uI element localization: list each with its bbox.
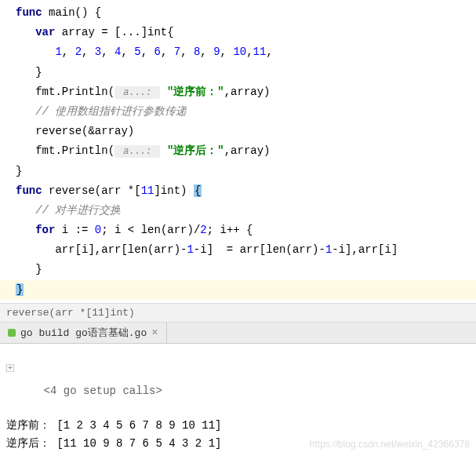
code-line: } bbox=[16, 63, 476, 82]
code-line: reverse(&array) bbox=[16, 122, 476, 141]
code-line: for i := 0; i < len(arr)/2; i++ { bbox=[16, 221, 476, 240]
go-run-icon bbox=[8, 329, 16, 337]
keyword-func: func bbox=[16, 6, 42, 19]
breadcrumb[interactable]: reverse(arr *[11]int) bbox=[0, 303, 476, 323]
keyword-func: func bbox=[16, 184, 42, 197]
code-line: } bbox=[16, 162, 476, 181]
keyword-for: for bbox=[35, 224, 55, 236]
code-line: // 使用数组指针进行参数传递 bbox=[16, 102, 476, 122]
watermark: https://blog.csdn.net/weixin_42366378 bbox=[310, 437, 470, 452]
comment: // 对半进行交换 bbox=[35, 204, 121, 217]
code-line: fmt.Println( a...: "逆序前：",array) bbox=[16, 82, 476, 102]
run-tabs: go build go语言基础.go × bbox=[0, 323, 476, 344]
tab-label: go build go语言基础.go bbox=[20, 326, 147, 340]
code-line: fmt.Println( a...: "逆序后：",array) bbox=[16, 141, 476, 161]
console-folded-section[interactable]: + <4 go setup calls> bbox=[6, 347, 470, 418]
code-line: func reverse(arr *[11]int) { bbox=[16, 181, 476, 201]
code-line: 1, 2, 3, 4, 5, 6, 7, 8, 9, 10,11, bbox=[16, 42, 476, 62]
comment: // 使用数组指针进行参数传递 bbox=[35, 105, 187, 118]
code-line: // 对半进行交换 bbox=[16, 201, 476, 221]
matched-brace: } bbox=[16, 283, 24, 296]
code-line: func main() { bbox=[16, 3, 476, 23]
keyword-var: var bbox=[35, 26, 55, 38]
close-icon[interactable]: × bbox=[151, 326, 158, 339]
code-line: } bbox=[16, 260, 476, 279]
expand-icon[interactable]: + bbox=[6, 364, 14, 372]
param-hint: a...: bbox=[114, 145, 160, 158]
console-output[interactable]: + <4 go setup calls> 逆序前： [1 2 3 4 5 6 7… bbox=[0, 344, 476, 455]
code-editor[interactable]: func main() { var array = [...]int{ 1, 2… bbox=[0, 0, 476, 303]
code-line: arr[i],arr[len(arr)-1-i] = arr[len(arr)-… bbox=[16, 240, 476, 260]
code-line: var array = [...]int{ bbox=[16, 23, 476, 42]
matched-brace: { bbox=[194, 184, 202, 197]
param-hint: a...: bbox=[114, 86, 160, 99]
tab-run-config[interactable]: go build go语言基础.go × bbox=[0, 323, 167, 343]
code-line-current: } bbox=[0, 280, 476, 300]
breadcrumb-text: reverse(arr *[11]int) bbox=[6, 307, 135, 319]
console-line: 逆序前： [1 2 3 4 5 6 7 8 9 10 11] bbox=[6, 417, 470, 434]
